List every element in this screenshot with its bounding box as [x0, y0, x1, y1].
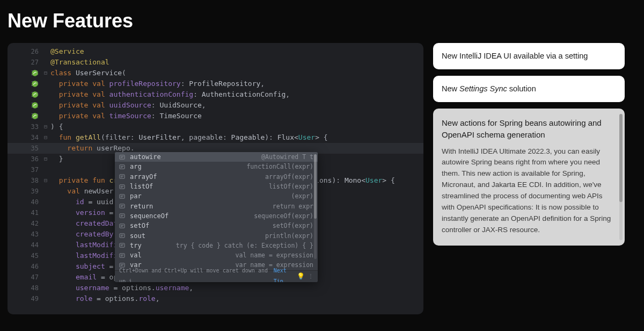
completion-hint: return expr	[273, 201, 313, 212]
code-text[interactable]: }	[49, 154, 63, 164]
template-icon	[119, 233, 127, 239]
svg-point-3	[32, 102, 38, 108]
feature-card-title: New actions for Spring beans autowiring …	[442, 117, 616, 141]
completion-hint: @Autowired T t	[261, 152, 313, 162]
spring-bean-icon[interactable]	[31, 112, 39, 120]
fold-toggle[interactable]: ⊟	[42, 132, 49, 143]
completion-item[interactable]: valval name = expression	[115, 250, 318, 260]
completion-hint: listOf(expr)	[269, 181, 313, 192]
completion-item[interactable]: arrayOfarrayOf(expr)	[115, 172, 318, 182]
completion-item[interactable]: sequenceOfsequenceOf(expr)	[115, 211, 318, 221]
completion-item[interactable]: returnreturn expr	[115, 201, 318, 211]
svg-rect-5	[120, 155, 125, 159]
code-text[interactable]: private val timeSource: TimeSource	[49, 111, 202, 121]
svg-rect-35	[120, 253, 125, 257]
spring-bean-icon[interactable]	[31, 80, 39, 88]
code-line[interactable]: 29 private val profileRepository: Profil…	[8, 78, 423, 89]
svg-rect-8	[120, 165, 125, 169]
code-text[interactable]: id = uuid	[49, 197, 113, 207]
completion-name: sout	[130, 231, 145, 241]
spring-bean-icon[interactable]	[31, 102, 39, 109]
code-text[interactable]: val newUser	[49, 186, 113, 197]
line-number: 47	[8, 272, 42, 283]
code-text[interactable]: lastModifi	[49, 240, 118, 250]
completion-hint: println(expr)	[265, 231, 313, 241]
completion-item[interactable]: listOflistOf(expr)	[115, 182, 318, 191]
feature-card[interactable]: New Settings Sync solution	[433, 76, 625, 102]
code-text[interactable]: lastModifi	[49, 250, 118, 261]
code-text[interactable]: version =	[49, 207, 113, 218]
lightbulb-icon[interactable]: 💡	[297, 271, 305, 282]
code-line[interactable]: 49 role = options.role,	[8, 293, 423, 304]
svg-point-4	[32, 113, 38, 119]
completion-popup[interactable]: autowire@Autowired T targfunctionCall(ex…	[115, 152, 318, 282]
code-text[interactable]: createdDat	[49, 218, 118, 229]
code-text[interactable]: fun getAll(filter: UserFilter, pageable:…	[49, 132, 328, 143]
completion-item[interactable]: autowire@Autowired T t	[115, 152, 318, 162]
svg-rect-26	[120, 224, 125, 228]
svg-rect-11	[120, 175, 125, 178]
code-text[interactable]: class UserService(	[49, 68, 126, 78]
more-icon[interactable]: ⋮	[308, 271, 313, 282]
card-scrollbar[interactable]	[619, 114, 623, 240]
completion-name: arg	[130, 161, 142, 172]
svg-rect-32	[120, 243, 125, 247]
line-number: 39	[8, 186, 42, 197]
code-line[interactable]: 31 private val uuidSource: UuidSource,	[8, 100, 423, 111]
line-number: 29	[8, 78, 42, 89]
spring-bean-icon[interactable]	[31, 91, 39, 98]
completion-item[interactable]: argfunctionCall(expr)	[115, 162, 318, 171]
code-text[interactable]: @Transactional	[49, 57, 109, 68]
code-text[interactable]: private val profileRepository: ProfileRe…	[49, 78, 265, 89]
next-tip-link[interactable]: Next Tip	[274, 265, 297, 282]
completion-scrollbar[interactable]	[314, 154, 317, 259]
feature-card[interactable]: New actions for Spring beans autowiring …	[433, 109, 625, 246]
code-editor[interactable]: 26@Service27@Transactional28⊟class UserS…	[8, 43, 423, 314]
completion-item[interactable]: setOfsetOf(expr)	[115, 221, 318, 231]
line-number: 35	[8, 143, 42, 154]
code-text[interactable]: subject =	[49, 261, 113, 272]
line-number: 45	[8, 250, 42, 261]
fold-toggle[interactable]: ⊟	[42, 175, 49, 186]
code-text[interactable]: username = options.username,	[49, 283, 193, 293]
code-text[interactable]: private val authenticationConfig: Authen…	[49, 89, 290, 100]
fold-toggle[interactable]: ⊟	[42, 68, 49, 78]
template-icon	[119, 174, 127, 179]
svg-rect-20	[120, 204, 125, 208]
svg-point-0	[32, 70, 38, 76]
code-text[interactable]: createdBy	[49, 229, 113, 240]
fold-toggle[interactable]: ⊟	[42, 154, 49, 164]
completion-item[interactable]: soutprintln(expr)	[115, 231, 318, 240]
page-title: New Features	[0, 0, 644, 43]
code-line[interactable]: 32 private val timeSource: TimeSource	[8, 111, 423, 121]
completion-hint: arrayOf(expr)	[265, 171, 313, 182]
line-number: 32	[8, 111, 42, 121]
line-number: 38	[8, 175, 42, 186]
code-line[interactable]: 48 username = options.username,	[8, 283, 423, 293]
code-line[interactable]: 26@Service	[8, 46, 423, 57]
template-icon	[119, 223, 127, 229]
card-scrollbar-thumb[interactable]	[619, 114, 623, 202]
feature-card-title: New IntelliJ IDEA UI available via a set…	[442, 51, 616, 62]
svg-point-1	[32, 81, 38, 87]
completion-item[interactable]: par(expr)	[115, 191, 318, 201]
code-line[interactable]: 27@Transactional	[8, 57, 423, 68]
spring-bean-icon[interactable]	[31, 69, 39, 77]
completion-scrollbar-thumb[interactable]	[314, 154, 317, 219]
line-number: 26	[8, 46, 42, 57]
code-line[interactable]: 33⊟) {	[8, 121, 423, 132]
code-text[interactable]: private val uuidSource: UuidSource,	[49, 100, 206, 111]
code-line[interactable]: 28⊟class UserService(	[8, 68, 423, 78]
template-icon	[119, 203, 127, 209]
completion-name: try	[130, 240, 142, 251]
code-text[interactable]: role = options.role,	[49, 293, 160, 304]
feature-card[interactable]: New IntelliJ IDEA UI available via a set…	[433, 43, 625, 69]
code-line[interactable]: 30 private val authenticationConfig: Aut…	[8, 89, 423, 100]
code-line[interactable]: 34⊟ fun getAll(filter: UserFilter, pagea…	[8, 132, 423, 143]
line-number: 28	[8, 68, 42, 78]
code-text[interactable]: ) {	[49, 121, 63, 132]
fold-toggle[interactable]: ⊟	[42, 121, 49, 132]
svg-rect-17	[120, 195, 125, 198]
completion-item[interactable]: trytry { code } catch (e: Exception) { }	[115, 241, 318, 250]
code-text[interactable]: @Service	[49, 46, 84, 57]
